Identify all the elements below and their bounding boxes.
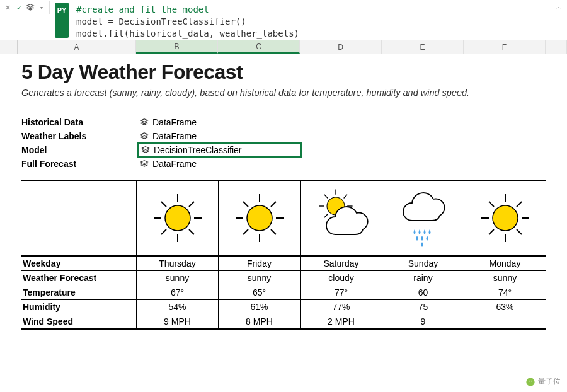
- forecast-cell: rainy: [382, 271, 464, 285]
- column-headers: A B C D E F: [0, 40, 567, 54]
- forecast-cell: 77°: [300, 285, 382, 299]
- forecast-cell: sunny: [136, 271, 218, 285]
- forecast-row-label: Wind Speed: [21, 314, 136, 328]
- page-title: 5 Day Weather Forecast: [21, 61, 557, 84]
- meta-value-cell[interactable]: DecisionTreeClassifier: [137, 143, 301, 157]
- meta-value-text: DecisionTreeClassifier: [154, 145, 242, 155]
- forecast-icon-row-label: [21, 181, 136, 255]
- forecast-cell: 60: [382, 285, 464, 299]
- formula-bar-controls: ✕ ✓ ▾: [0, 1, 50, 14]
- col-header-spacer: [546, 40, 567, 54]
- forecast-cell: 63%: [464, 300, 546, 314]
- collapse-caret-icon[interactable]: ︿: [556, 3, 562, 11]
- forecast-cell: 2 MPH: [300, 314, 382, 328]
- forecast-icon-cell: [382, 181, 464, 255]
- forecast-row-label: Temperature: [21, 285, 136, 299]
- sunny-icon: [228, 187, 291, 250]
- forecast-cell: Sunday: [382, 257, 464, 270]
- meta-row: Full ForecastDataFrame: [21, 157, 557, 171]
- forecast-icon-cell: [300, 181, 382, 255]
- meta-value-text: DataFrame: [152, 131, 197, 141]
- cloudy-icon: [310, 187, 373, 250]
- worksheet: 5 Day Weather Forecast Generates a forec…: [0, 54, 567, 330]
- forecast-row-label: Humidity: [21, 300, 136, 314]
- code-comment: #create and fit the model: [76, 4, 209, 14]
- forecast-row: Humidity54%61%77%7563%: [21, 300, 546, 314]
- col-header-b[interactable]: B: [136, 40, 218, 54]
- forecast-cell: 61%: [218, 300, 300, 314]
- forecast-icon-cell: [464, 181, 546, 255]
- forecast-cell: Saturday: [300, 257, 382, 270]
- col-header-d[interactable]: D: [300, 40, 382, 54]
- forecast-cell: 77%: [300, 300, 382, 314]
- stack-dropdown-icon[interactable]: [25, 3, 35, 13]
- forecast-cell: sunny: [464, 271, 546, 285]
- meta-value-cell[interactable]: DataFrame: [137, 130, 301, 142]
- col-header-c[interactable]: C: [218, 40, 300, 54]
- meta-value-cell[interactable]: DataFrame: [137, 158, 301, 170]
- forecast-cell: 54%: [136, 300, 218, 314]
- forecast-cell: cloudy: [300, 271, 382, 285]
- forecast-cell: 75: [382, 300, 464, 314]
- forecast-cell: Friday: [218, 257, 300, 270]
- meta-label: Historical Data: [21, 117, 137, 127]
- sunny-icon: [146, 187, 209, 250]
- forecast-row-label: Weekday: [21, 257, 136, 270]
- forecast-row-label: Weather Forecast: [21, 271, 136, 285]
- chevron-down-icon[interactable]: ▾: [37, 3, 47, 13]
- code-line-3: model.fit(historical_data, weather_label…: [76, 28, 299, 38]
- meta-row: Historical DataDataFrame: [21, 115, 557, 129]
- rainy-icon: [392, 187, 455, 250]
- code-line-2: model = DecisionTreeClassifier(): [76, 16, 246, 26]
- forecast-cell: 65°: [218, 285, 300, 299]
- wechat-icon: [525, 377, 536, 387]
- forecast-table: WeekdayThursdayFridaySaturdaySundayMonda…: [21, 180, 546, 330]
- forecast-cell: 74°: [464, 285, 546, 299]
- col-header-f[interactable]: F: [464, 40, 546, 54]
- select-all-corner[interactable]: [0, 40, 18, 54]
- watermark-text: 量子位: [538, 376, 561, 387]
- forecast-row: Weather Forecastsunnysunnycloudyrainysun…: [21, 271, 546, 285]
- forecast-row: Temperature67°65°77°6074°: [21, 285, 546, 300]
- meta-value-text: DataFrame: [152, 159, 197, 169]
- confirm-icon[interactable]: ✓: [14, 3, 24, 13]
- forecast-cell: 67°: [136, 285, 218, 299]
- forecast-cell: 8 MPH: [218, 314, 300, 328]
- forecast-cell: [464, 314, 546, 328]
- forecast-icon-cell: [218, 181, 300, 255]
- forecast-cell: Thursday: [136, 257, 218, 270]
- forecast-cell: sunny: [218, 271, 300, 285]
- formula-bar: ✕ ✓ ▾ PY #create and fit the model model…: [0, 0, 567, 40]
- col-header-e[interactable]: E: [382, 40, 464, 54]
- svg-point-0: [526, 378, 534, 386]
- meta-row: ModelDecisionTreeClassifier: [21, 143, 557, 157]
- page-subtitle: Generates a forecast (sunny, rainy, clou…: [21, 88, 557, 98]
- forecast-row: WeekdayThursdayFridaySaturdaySundayMonda…: [21, 257, 546, 271]
- forecast-cell: 9 MPH: [136, 314, 218, 328]
- forecast-cell: 9: [382, 314, 464, 328]
- meta-label: Full Forecast: [21, 159, 137, 169]
- meta-row: Weather LabelsDataFrame: [21, 129, 557, 143]
- cancel-icon[interactable]: ✕: [3, 3, 13, 13]
- meta-label: Model: [21, 145, 137, 155]
- meta-label: Weather Labels: [21, 131, 137, 141]
- meta-value-cell[interactable]: DataFrame: [137, 117, 301, 128]
- meta-section: Historical DataDataFrameWeather LabelsDa…: [21, 115, 557, 171]
- forecast-cell: Monday: [464, 257, 546, 270]
- forecast-icon-row: [21, 181, 546, 257]
- svg-point-1: [529, 380, 530, 381]
- python-badge: PY: [55, 3, 69, 38]
- col-header-a[interactable]: A: [18, 40, 136, 54]
- watermark: 量子位: [525, 376, 561, 387]
- meta-value-text: DataFrame: [152, 117, 197, 127]
- sunny-icon: [474, 187, 537, 250]
- forecast-icon-cell: [136, 181, 218, 255]
- svg-point-2: [531, 380, 532, 381]
- forecast-row: Wind Speed9 MPH8 MPH2 MPH9: [21, 314, 546, 330]
- code-editor[interactable]: #create and fit the model model = Decisi…: [71, 0, 567, 40]
